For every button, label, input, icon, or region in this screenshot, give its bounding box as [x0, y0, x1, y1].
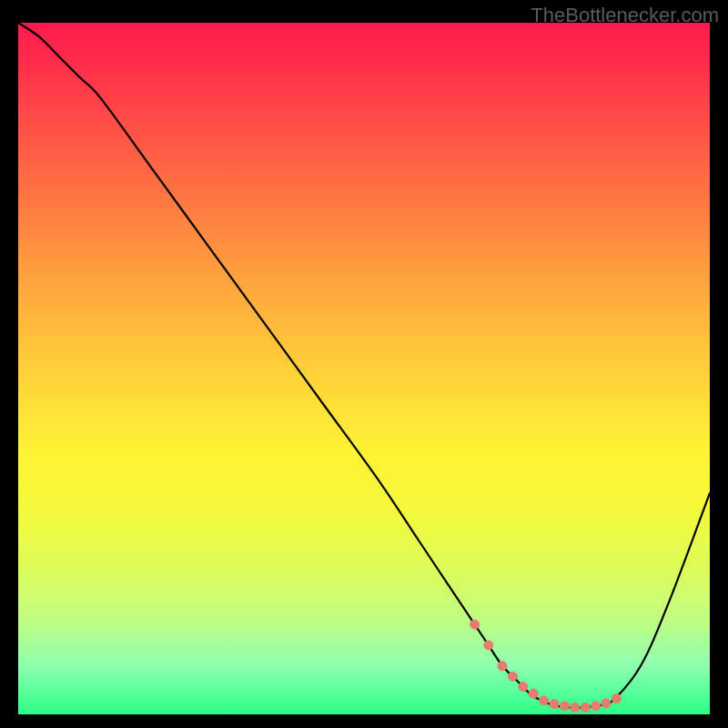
- curve-marker: [484, 641, 493, 650]
- curve-marker: [470, 620, 480, 629]
- curve-marker: [529, 689, 538, 698]
- watermark-text: TheBottlenecker.com: [531, 4, 719, 27]
- curve-marker: [602, 699, 611, 708]
- curve-line: [18, 23, 710, 708]
- curve-marker: [560, 702, 569, 711]
- curve-marker: [550, 700, 559, 709]
- curve-marker: [612, 694, 621, 703]
- curve-markers: [470, 620, 622, 712]
- curve-marker: [581, 703, 590, 712]
- curve-marker: [592, 702, 601, 711]
- curve-marker: [498, 662, 507, 671]
- curve-marker: [519, 682, 528, 692]
- chart-svg: [18, 23, 710, 714]
- curve-marker: [540, 696, 549, 705]
- curve-marker: [571, 703, 580, 712]
- curve-marker: [508, 672, 517, 681]
